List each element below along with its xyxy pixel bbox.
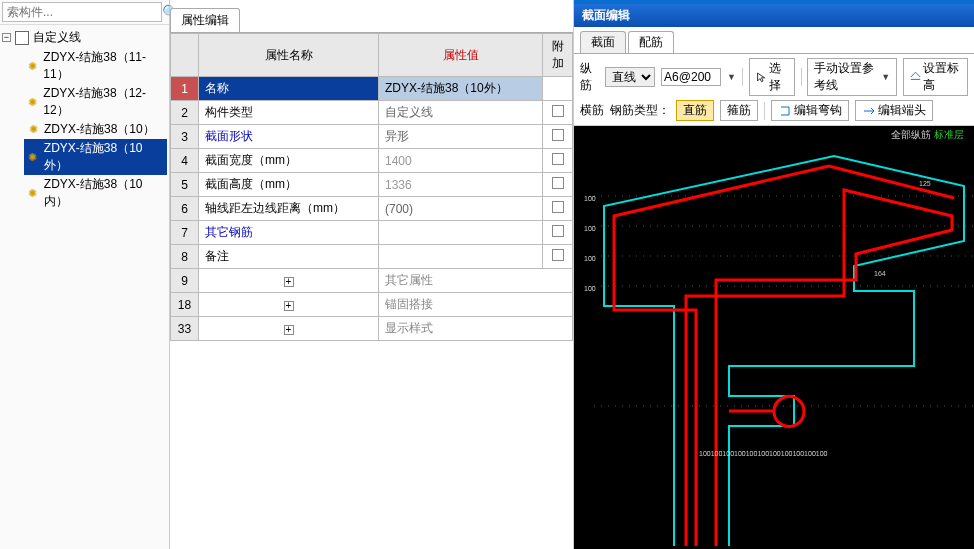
stirrup-button[interactable]: 箍筋: [720, 100, 758, 121]
label-longitudinal: 纵筋: [580, 60, 599, 94]
plus-icon: +: [284, 277, 294, 287]
tree-item-selected[interactable]: ✺ ZDYX-结施38（10外）: [24, 139, 167, 175]
prop-group-label: 锚固搭接: [379, 293, 573, 317]
tree-item-label: ZDYX-结施38（10外）: [44, 140, 165, 174]
tree-item-label: ZDYX-结施38（10）: [44, 121, 155, 138]
tab-section[interactable]: 截面: [580, 31, 626, 53]
end-icon: [862, 104, 876, 118]
prop-extra[interactable]: [543, 149, 573, 173]
prop-group-row[interactable]: 33 + 显示样式: [171, 317, 573, 341]
prop-extra[interactable]: [543, 221, 573, 245]
input-rebar-spec[interactable]: [661, 68, 721, 86]
prop-group-label: 显示样式: [379, 317, 573, 341]
tab-property-edit[interactable]: 属性编辑: [170, 8, 240, 32]
prop-name: 备注: [199, 245, 379, 269]
row-num: 6: [171, 197, 199, 221]
prop-value[interactable]: 1336: [379, 173, 543, 197]
canvas-label-all: 全部纵筋: [891, 129, 931, 140]
edit-hook-label: 编辑弯钩: [794, 102, 842, 119]
expand-cell[interactable]: +: [199, 269, 379, 293]
row-num: 8: [171, 245, 199, 269]
property-tabs: 属性编辑: [170, 0, 573, 33]
prop-row[interactable]: 6 轴线距左边线距离（mm） (700): [171, 197, 573, 221]
chevron-down-icon: ▼: [881, 72, 890, 82]
label-transverse: 横筋: [580, 102, 604, 119]
cursor-icon: [756, 70, 767, 84]
tree-item[interactable]: ✺ ZDYX-结施38（12-12）: [24, 84, 167, 120]
toolbar-row-1: 纵筋 直线 ▼ 选择 手动设置参考线 ▼ 设置标高: [580, 58, 968, 96]
prop-group-row[interactable]: 9 + 其它属性: [171, 269, 573, 293]
row-num: 1: [171, 77, 199, 101]
set-elevation-button[interactable]: 设置标高: [903, 58, 968, 96]
prop-extra[interactable]: [543, 197, 573, 221]
tree-item-label: ZDYX-结施38（11-11）: [43, 49, 165, 83]
prop-group-label: 其它属性: [379, 269, 573, 293]
prop-extra[interactable]: [543, 173, 573, 197]
svg-text:100100100100100100100100100100: 100100100100100100100100100100100: [699, 450, 828, 457]
svg-text:164: 164: [874, 270, 886, 277]
prop-row[interactable]: 3 截面形状 异形: [171, 125, 573, 149]
search-input[interactable]: [2, 2, 162, 22]
prop-row[interactable]: 4 截面宽度（mm） 1400: [171, 149, 573, 173]
prop-group-row[interactable]: 18 + 锚固搭接: [171, 293, 573, 317]
prop-row[interactable]: 8 备注: [171, 245, 573, 269]
document-icon: [15, 31, 29, 45]
section-canvas[interactable]: 全部纵筋 标准层 100: [574, 126, 974, 549]
tree-item-label: ZDYX-结施38（10内）: [44, 176, 165, 210]
prop-extra[interactable]: [543, 125, 573, 149]
prop-row[interactable]: 1 名称 ZDYX-结施38（10外）: [171, 77, 573, 101]
tree-item[interactable]: ✺ ZDYX-结施38（10内）: [24, 175, 167, 211]
section-editor-tabs: 截面 配筋: [574, 27, 974, 54]
svg-text:100: 100: [584, 255, 596, 262]
svg-text:100: 100: [584, 225, 596, 232]
prop-value[interactable]: (700): [379, 197, 543, 221]
section-editor-panel: 截面编辑 截面 配筋 纵筋 直线 ▼ 选择 手动设置参考线 ▼ 设置标高 横: [574, 0, 974, 549]
prop-value[interactable]: 1400: [379, 149, 543, 173]
tab-rebar[interactable]: 配筋: [628, 31, 674, 53]
prop-value[interactable]: 自定义线: [379, 101, 543, 125]
prop-extra: [543, 77, 573, 101]
straight-rebar-button[interactable]: 直筋: [676, 100, 714, 121]
tree-root[interactable]: − 自定义线: [2, 29, 167, 46]
col-extra: 附加: [543, 34, 573, 77]
svg-text:125: 125: [919, 180, 931, 187]
prop-value[interactable]: [379, 245, 543, 269]
prop-row[interactable]: 5 截面高度（mm） 1336: [171, 173, 573, 197]
expand-cell[interactable]: +: [199, 317, 379, 341]
prop-value[interactable]: 异形: [379, 125, 543, 149]
prop-row[interactable]: 2 构件类型 自定义线: [171, 101, 573, 125]
property-panel: 属性编辑 属性名称 属性值 附加 1 名称 ZDYX-结施38（10外） 2 构…: [170, 0, 574, 549]
canvas-header-label: 全部纵筋 标准层: [891, 128, 964, 142]
prop-value[interactable]: ZDYX-结施38（10外）: [379, 77, 543, 101]
gear-icon: ✺: [26, 150, 40, 164]
chevron-down-icon[interactable]: ▼: [727, 72, 736, 82]
collapse-icon[interactable]: −: [2, 33, 11, 42]
prop-row[interactable]: 7 其它钢筋: [171, 221, 573, 245]
row-num: 4: [171, 149, 199, 173]
col-name: 属性名称: [199, 34, 379, 77]
tree-root-label: 自定义线: [33, 29, 81, 46]
row-num: 18: [171, 293, 199, 317]
hook-icon: [778, 104, 792, 118]
search-bar: 🔍: [0, 0, 169, 25]
tree-item[interactable]: ✺ ZDYX-结施38（10）: [24, 120, 167, 139]
col-value: 属性值: [379, 34, 543, 77]
editor-toolbars: 纵筋 直线 ▼ 选择 手动设置参考线 ▼ 设置标高 横筋 钢筋类型： 直筋 箍筋: [574, 54, 974, 126]
manual-refline-button[interactable]: 手动设置参考线 ▼: [807, 58, 897, 96]
expand-cell[interactable]: +: [199, 293, 379, 317]
prop-extra[interactable]: [543, 101, 573, 125]
prop-name: 截面形状: [199, 125, 379, 149]
tree-item[interactable]: ✺ ZDYX-结施38（11-11）: [24, 48, 167, 84]
row-num: 7: [171, 221, 199, 245]
svg-text:100: 100: [584, 195, 596, 202]
select-button[interactable]: 选择: [749, 58, 795, 96]
row-num: 33: [171, 317, 199, 341]
tree-item-label: ZDYX-结施38（12-12）: [43, 85, 165, 119]
edit-hook-button[interactable]: 编辑弯钩: [771, 100, 849, 121]
prop-name: 名称: [199, 77, 379, 101]
manual-refline-label: 手动设置参考线: [814, 60, 879, 94]
prop-extra[interactable]: [543, 245, 573, 269]
select-line-type[interactable]: 直线: [605, 67, 655, 87]
edit-end-button[interactable]: 编辑端头: [855, 100, 933, 121]
prop-value[interactable]: [379, 221, 543, 245]
